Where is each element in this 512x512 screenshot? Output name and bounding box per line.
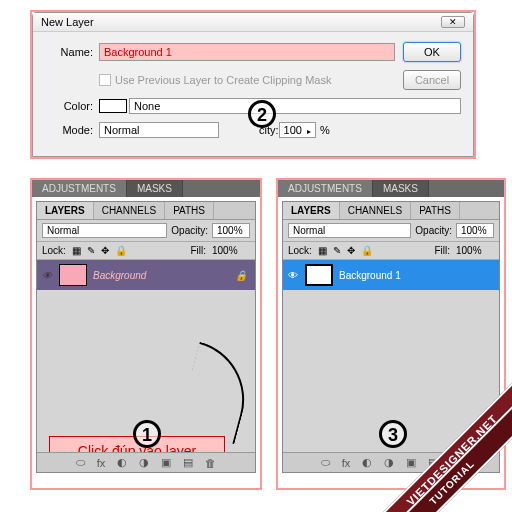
tab-masks[interactable]: MASKS [127, 180, 183, 197]
lock-transparency-icon[interactable]: ▦ [318, 245, 327, 256]
name-input[interactable] [99, 43, 395, 61]
new-layer-icon[interactable]: ▤ [428, 456, 438, 469]
tab-layers[interactable]: LAYERS [37, 202, 94, 219]
cancel-button[interactable]: Cancel [403, 70, 461, 90]
link-icon[interactable]: ⬭ [76, 456, 85, 469]
mode-select[interactable]: Normal [99, 122, 219, 138]
new-layer-icon[interactable]: ▤ [183, 456, 193, 469]
visibility-icon[interactable]: 👁 [41, 270, 53, 281]
opacity-input[interactable]: 100% [212, 223, 250, 238]
tab-channels[interactable]: CHANNELS [94, 202, 165, 219]
fill-label: Fill: [190, 245, 206, 256]
tab-layers[interactable]: LAYERS [283, 202, 340, 219]
clip-mask-checkbox[interactable] [99, 74, 111, 86]
trash-icon[interactable]: 🗑 [450, 457, 461, 469]
opacity-label: Opacity: [415, 225, 452, 236]
lock-position-icon[interactable]: ✥ [347, 245, 355, 256]
link-icon[interactable]: ⬭ [321, 456, 330, 469]
adjustment-icon[interactable]: ◑ [139, 456, 149, 469]
dialog-titlebar: New Layer ✕ [33, 13, 473, 32]
opacity-label: Opacity: [171, 225, 208, 236]
adjustment-icon[interactable]: ◑ [384, 456, 394, 469]
mode-label: Mode: [45, 124, 93, 136]
step-2-marker: 2 [248, 100, 276, 128]
fx-icon[interactable]: fx [342, 457, 351, 469]
layer-name: Background [93, 270, 146, 281]
color-label: Color: [45, 100, 93, 112]
lock-label: Lock: [288, 245, 312, 256]
percent-label: % [320, 124, 330, 136]
color-select[interactable]: None [129, 98, 461, 114]
color-swatch[interactable] [99, 99, 127, 113]
blend-select[interactable]: Normal [288, 223, 411, 238]
blend-select[interactable]: Normal [42, 223, 167, 238]
layers-panel-before: ADJUSTMENTS MASKS LAYERS CHANNELS PATHS … [30, 178, 262, 490]
tab-adjustments[interactable]: ADJUSTMENTS [278, 180, 373, 197]
lock-transparency-icon[interactable]: ▦ [72, 245, 81, 256]
lock-position-icon[interactable]: ✥ [101, 245, 109, 256]
layers-panel-after: ADJUSTMENTS MASKS LAYERS CHANNELS PATHS … [276, 178, 506, 490]
close-icon[interactable]: ✕ [441, 16, 465, 28]
layer-item-background-1[interactable]: 👁 Background 1 [283, 260, 499, 290]
layer-name: Background 1 [339, 270, 401, 281]
opacity-input[interactable]: 100% [456, 223, 494, 238]
lock-all-icon[interactable]: 🔒 [361, 245, 373, 256]
callout-line [176, 342, 257, 444]
tab-channels[interactable]: CHANNELS [340, 202, 411, 219]
group-icon[interactable]: ▣ [161, 456, 171, 469]
layer-thumbnail[interactable] [59, 264, 87, 286]
trash-icon[interactable]: 🗑 [205, 457, 216, 469]
fx-icon[interactable]: fx [97, 457, 106, 469]
fill-input[interactable]: 100% [456, 245, 494, 256]
tab-paths[interactable]: PATHS [411, 202, 460, 219]
mask-icon[interactable]: ◐ [362, 456, 372, 469]
panel-footer: ⬭ fx ◐ ◑ ▣ ▤ 🗑 [283, 452, 499, 472]
new-layer-dialog: New Layer ✕ Name: OK Use Previous Layer … [30, 10, 476, 159]
layer-thumbnail[interactable] [305, 264, 333, 286]
lock-icon: 🔒 [235, 270, 247, 281]
tab-masks[interactable]: MASKS [373, 180, 429, 197]
step-3-marker: 3 [379, 420, 407, 448]
opacity-input[interactable]: 100 ▸ [279, 122, 316, 138]
name-label: Name: [45, 46, 93, 58]
lock-pixels-icon[interactable]: ✎ [87, 245, 95, 256]
mask-icon[interactable]: ◐ [117, 456, 127, 469]
tab-paths[interactable]: PATHS [165, 202, 214, 219]
lock-all-icon[interactable]: 🔒 [115, 245, 127, 256]
visibility-icon[interactable]: 👁 [287, 270, 299, 281]
fill-input[interactable]: 100% [212, 245, 250, 256]
tab-adjustments[interactable]: ADJUSTMENTS [32, 180, 127, 197]
layer-item-background[interactable]: 👁 Background 🔒 [37, 260, 255, 290]
lock-label: Lock: [42, 245, 66, 256]
lock-pixels-icon[interactable]: ✎ [333, 245, 341, 256]
panel-footer: ⬭ fx ◐ ◑ ▣ ▤ 🗑 [37, 452, 255, 472]
clip-mask-label: Use Previous Layer to Create Clipping Ma… [115, 74, 331, 86]
step-1-marker: 1 [133, 420, 161, 448]
ok-button[interactable]: OK [403, 42, 461, 62]
fill-label: Fill: [434, 245, 450, 256]
group-icon[interactable]: ▣ [406, 456, 416, 469]
dialog-title: New Layer [41, 16, 94, 28]
